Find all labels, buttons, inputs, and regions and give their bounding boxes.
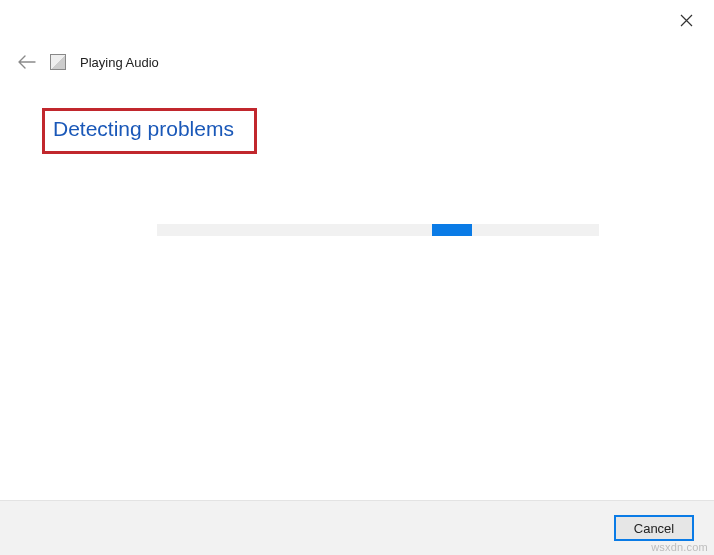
- status-highlight-box: Detecting problems: [42, 108, 257, 154]
- back-button[interactable]: [18, 55, 36, 69]
- close-icon: [680, 14, 693, 27]
- window-title: Playing Audio: [80, 55, 159, 70]
- status-heading: Detecting problems: [53, 117, 234, 141]
- progress-bar: [157, 224, 599, 236]
- arrow-left-icon: [18, 55, 36, 69]
- content-area: Detecting problems: [0, 70, 714, 236]
- watermark: wsxdn.com: [651, 541, 708, 553]
- progress-indicator: [432, 224, 472, 236]
- cancel-button[interactable]: Cancel: [614, 515, 694, 541]
- footer: Cancel: [0, 500, 714, 555]
- close-button[interactable]: [676, 10, 696, 30]
- troubleshooter-icon: [50, 54, 66, 70]
- header: Playing Audio: [0, 40, 714, 70]
- titlebar: [0, 0, 714, 40]
